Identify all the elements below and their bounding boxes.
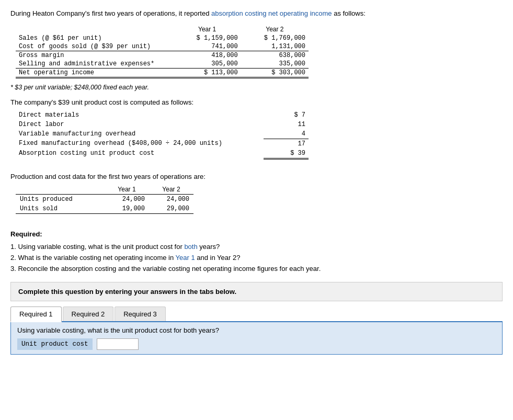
income-header-row: Year 1 Year 2 [16, 25, 309, 34]
required-item-2: 2. What is the variable costing net oper… [10, 253, 503, 264]
row-label: Sales (@ $61 per unit) [16, 34, 174, 42]
required-title: Required: [10, 229, 503, 240]
row-y1: 418,000 [174, 51, 241, 60]
tab-required-1[interactable]: Required 1 [10, 307, 62, 322]
table-row: Direct labor 11 [16, 120, 309, 129]
row-label: Cost of goods sold (@ $39 per unit) [16, 42, 174, 51]
tab-1-heading: Using variable costing, what is the unit… [17, 326, 496, 334]
intro-text: During Heaton Company's first two years … [10, 8, 503, 19]
footnote-text: * $3 per unit variable; $248,000 fixed e… [10, 84, 503, 91]
row-value: 4 [264, 129, 309, 139]
absorption-cost-row: Absorption costing unit product cost $ 3… [16, 149, 309, 159]
unit-product-cost-row: Unit product cost [17, 338, 496, 350]
row-y1: 19,000 [105, 204, 149, 214]
tab-required-2[interactable]: Required 2 [63, 307, 114, 321]
row-label: Direct materials [16, 110, 264, 120]
row-y1: $ 1,159,000 [174, 34, 241, 42]
income-col-y1-header: Year 1 [174, 25, 241, 34]
prod-col-y2-header: Year 2 [149, 185, 193, 195]
unit-cost-table: Direct materials $ 7 Direct labor 11 Var… [16, 110, 309, 160]
row-label: Absorption costing unit product cost [16, 149, 264, 159]
row-y2: 29,000 [149, 204, 193, 214]
row-value: $ 39 [264, 149, 309, 159]
row-label: Fixed manufacturing overhead ($408,000 ÷… [16, 139, 264, 149]
row-label: Selling and administrative expenses* [16, 60, 174, 69]
tabs-container[interactable]: Required 1 Required 2 Required 3 [10, 307, 503, 322]
table-row: Cost of goods sold (@ $39 per unit) 741,… [16, 42, 309, 51]
tab-1-content: Using variable costing, what is the unit… [10, 322, 503, 355]
production-heading: Production and cost data for the first t… [10, 173, 503, 180]
complete-box: Complete this question by entering your … [10, 282, 503, 301]
required-item-3: 3. Reconcile the absorption costing and … [10, 264, 503, 275]
row-y2: 24,000 [149, 194, 193, 204]
income-col-label-header [16, 25, 174, 34]
unit-product-cost-label: Unit product cost [17, 338, 93, 350]
table-row: Selling and administrative expenses* 305… [16, 60, 309, 69]
row-label: Net operating income [16, 68, 174, 77]
table-row: Variable manufacturing overhead 4 [16, 129, 309, 139]
row-value: $ 7 [264, 110, 309, 120]
prod-col-y1-header: Year 1 [105, 185, 149, 195]
row-y1: $ 113,000 [174, 68, 241, 77]
row-label: Direct labor [16, 120, 264, 129]
required-section: Required: 1. Using variable costing, wha… [10, 229, 503, 275]
income-table-container: Year 1 Year 2 Sales (@ $61 per unit) $ 1… [10, 25, 503, 78]
row-y2: 1,131,000 [241, 42, 309, 51]
table-row: Units produced 24,000 24,000 [16, 194, 193, 204]
row-y2: $ 1,769,000 [241, 34, 309, 42]
production-table-container: Year 1 Year 2 Units produced 24,000 24,0… [10, 185, 503, 214]
row-y1: 741,000 [174, 42, 241, 51]
row-label: Units produced [16, 194, 105, 204]
row-y1: 305,000 [174, 60, 241, 69]
net-income-row: Net operating income $ 113,000 $ 303,000 [16, 68, 309, 77]
production-table: Year 1 Year 2 Units produced 24,000 24,0… [16, 185, 193, 214]
complete-box-text: Complete this question by entering your … [18, 288, 236, 296]
income-table: Year 1 Year 2 Sales (@ $61 per unit) $ 1… [16, 25, 309, 78]
production-header-row: Year 1 Year 2 [16, 185, 193, 195]
row-label: Units sold [16, 204, 105, 214]
row-y2: $ 303,000 [241, 68, 309, 77]
row-label: Variable manufacturing overhead [16, 129, 264, 139]
row-value: 11 [264, 120, 309, 129]
row-y2: 638,000 [241, 51, 309, 60]
unit-product-cost-input[interactable] [97, 338, 139, 350]
table-row: Fixed manufacturing overhead ($408,000 ÷… [16, 139, 309, 149]
intro-highlight: absorption costing net operating income [211, 9, 332, 17]
prod-col-label [16, 185, 105, 195]
table-row: Gross margin 418,000 638,000 [16, 51, 309, 60]
income-col-y2-header: Year 2 [241, 25, 309, 34]
row-y2: 335,000 [241, 60, 309, 69]
required-item-1: 1. Using variable costing, what is the u… [10, 242, 503, 253]
table-row: Sales (@ $61 per unit) $ 1,159,000 $ 1,7… [16, 34, 309, 42]
unit-cost-table-container: Direct materials $ 7 Direct labor 11 Var… [10, 110, 503, 160]
unit-cost-heading: The company's $39 unit product cost is c… [10, 98, 503, 106]
row-y1: 24,000 [105, 194, 149, 204]
tab-required-3[interactable]: Required 3 [115, 307, 166, 321]
req-highlight-both: both [184, 243, 197, 251]
table-row: Direct materials $ 7 [16, 110, 309, 120]
row-label: Gross margin [16, 51, 174, 60]
req-highlight-year1: Year 1 [176, 254, 195, 262]
row-value: 17 [264, 139, 309, 149]
table-row: Units sold 19,000 29,000 [16, 204, 193, 214]
